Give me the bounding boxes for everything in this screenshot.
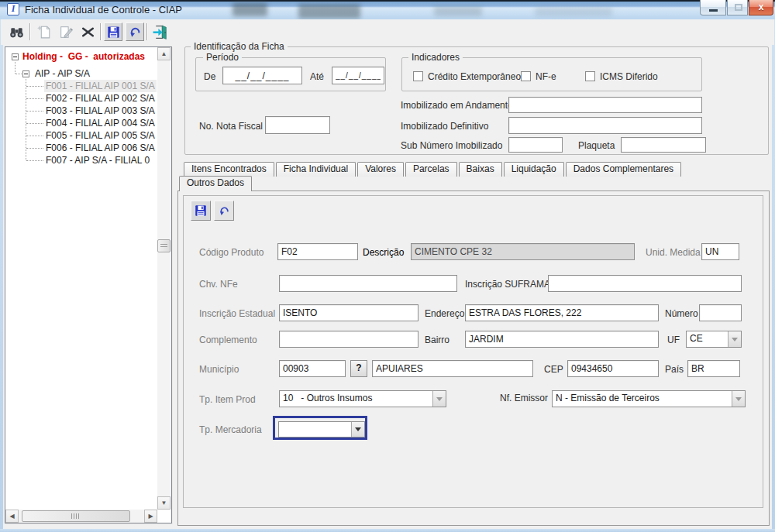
imobilizado-andamento-label: Imobilizado em Andamento [401,100,513,111]
chv-nfe-label: Chv. NFe [199,279,238,290]
tab-baixas[interactable]: Baixas [459,162,502,177]
endereco-label: Endereço [425,308,464,319]
maximize-button[interactable] [727,0,748,15]
periodo-de-input[interactable] [222,67,302,84]
page-save-button[interactable] [191,201,211,221]
tp-mercadoria-combobox[interactable] [278,421,365,438]
tree-item[interactable]: F004 - FILIAL AIP 004 S/A [46,117,155,129]
complemento-input[interactable] [279,331,418,348]
scroll-left-button[interactable]: ◀ [5,510,19,523]
inscricao-suframa-input[interactable] [548,275,742,292]
nf-emissor-combobox[interactable]: N - Emissão de Terceiros [552,390,746,407]
cep-input[interactable] [567,360,659,377]
tab-liquidacao[interactable]: Liquidação [504,162,564,177]
imobilizado-definitivo-input[interactable] [508,117,702,134]
tab-row-1: Itens Encontrados Ficha Individual Valor… [184,162,681,177]
vscroll-thumb[interactable] [157,239,170,252]
numero-input[interactable] [699,304,742,321]
collapse-icon[interactable] [12,53,19,60]
chevron-down-icon [728,331,741,347]
complemento-label: Complemento [199,335,257,345]
municipio-lookup-button[interactable]: ? [350,360,367,377]
tree-group-node[interactable]: AIP - AIP S/A [35,67,90,80]
tree-item[interactable]: F005 - FILIAL AIP 005 S/A [46,129,155,142]
inscricao-estadual-input[interactable] [279,304,418,321]
bairro-input[interactable] [465,331,659,348]
window-frame-right [772,19,775,529]
chevron-down-icon [432,391,446,407]
close-button[interactable]: x [749,0,773,15]
titlebar-glass-artifact [535,7,612,16]
tab-ficha-individual[interactable]: Ficha Individual [276,162,356,177]
bairro-label: Bairro [425,335,450,345]
tab-parcelas[interactable]: Parcelas [405,162,457,177]
cep-label: CEP [544,364,563,375]
tab-valores[interactable]: Valores [357,162,404,177]
tree-item[interactable]: F006 - FILIAL AIP 006 S/A [46,142,155,154]
find-button[interactable] [7,22,26,41]
chv-nfe-input[interactable] [279,275,457,292]
tree-item[interactable]: F002 - FILIAL AIP 002 S/A [46,92,155,105]
hscroll-thumb[interactable] [22,510,130,522]
sub-numero-input[interactable] [508,137,563,153]
tree-vscrollbar[interactable] [157,47,171,510]
undo-button[interactable] [126,22,144,41]
delete-button[interactable] [78,22,97,41]
unid-medida-input[interactable] [701,243,739,260]
scroll-right-button[interactable]: ▶ [144,510,157,523]
save-button[interactable] [104,22,122,41]
tree-connector [26,111,43,112]
undo-arrow-icon [218,204,231,218]
titlebar-glass-artifact [434,6,482,16]
minimize-button[interactable] [700,0,726,15]
tree-root-node[interactable]: Holding - GG - autorizadas [22,50,145,63]
periodo-ate-input[interactable] [332,67,384,84]
edit-document-icon [58,24,74,40]
titlebar-glass-artifact [298,4,360,19]
municipio-nome-input[interactable] [372,360,533,377]
page-undo-button[interactable] [214,201,234,221]
tab-dados-complementares[interactable]: Dados Complementares [566,162,681,177]
uf-combobox[interactable]: CE [686,331,742,348]
tree-connector [26,148,43,149]
toolbar-separator [146,23,147,40]
nota-fiscal-input[interactable] [265,116,330,134]
tree-item[interactable]: F003 - FILIAL AIP 003 S/A [46,105,155,117]
maximize-icon [735,4,742,11]
codigo-produto-input[interactable] [277,243,358,260]
edit-button[interactable] [57,22,75,41]
tree-item-selected[interactable]: F001 - FILIAL AIP 001 S/A [44,80,157,92]
new-button[interactable] [35,22,53,41]
chevron-down-icon [351,422,364,437]
icms-diferido-checkbox[interactable] [585,71,595,81]
new-document-icon [36,24,53,40]
credito-extemporaneo-checkbox[interactable] [413,71,423,81]
delete-x-icon [80,24,96,40]
municipio-codigo-input[interactable] [279,360,346,377]
inscricao-suframa-label: Inscrição SUFRAMA [465,279,550,290]
minimize-icon [709,9,718,12]
window-frame-left [0,19,3,529]
pais-input[interactable] [687,360,740,377]
endereco-input[interactable] [465,304,659,321]
uf-label: UF [667,335,680,345]
tab-itens-encontrados[interactable]: Itens Encontrados [184,162,274,177]
tree-item[interactable]: F007 - AIP S/A - FILIAL 0 [46,154,150,166]
tp-item-prod-combobox[interactable]: 10 - Outros Insumos [279,390,446,407]
tab-outros-dados[interactable]: Outros Dados [179,176,252,191]
undo-arrow-icon [128,25,143,39]
municipio-label: Município [199,364,239,375]
title-bar: I Ficha Individual de Controle - CIAP x [0,0,775,19]
tp-mercadoria-focus-ring [273,416,367,440]
exit-button[interactable] [150,22,169,41]
scroll-down-button[interactable]: ▼ [157,496,170,510]
thumb-grip [160,244,167,249]
nfe-checkbox[interactable] [521,71,531,81]
collapse-icon[interactable] [22,70,29,77]
imobilizado-andamento-input[interactable] [508,97,702,113]
scroll-up-button[interactable]: ▲ [157,47,170,60]
tab-row-2: Outros Dados [179,176,252,191]
tp-mercadoria-label: Tp. Mercadoria [199,424,262,435]
plaqueta-input[interactable] [621,137,706,153]
inscricao-estadual-label: Inscrição Estadual [199,308,275,319]
